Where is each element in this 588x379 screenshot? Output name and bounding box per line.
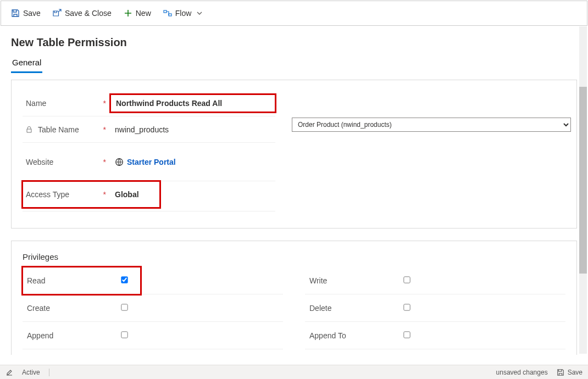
- website-link-text: Starter Portal: [127, 158, 176, 166]
- table-name-value: nwind_products: [110, 121, 275, 138]
- lock-icon: [26, 126, 32, 133]
- delete-checkbox[interactable]: [403, 304, 410, 310]
- globe-icon: [115, 158, 124, 166]
- append-label: Append: [23, 331, 116, 340]
- command-bar: Save Save & Close New Flow: [1, 1, 587, 26]
- plus-icon: [124, 9, 132, 18]
- flow-icon: [163, 9, 172, 18]
- content-area: New Table Permission General Name * Nort…: [0, 26, 588, 355]
- privileges-card: Privileges Read Create Append: [11, 241, 577, 355]
- read-checkbox[interactable]: [121, 276, 127, 283]
- website-label: Website: [26, 158, 53, 166]
- name-value[interactable]: Northwind Products Read All: [110, 94, 275, 112]
- save-icon: [557, 369, 564, 376]
- name-label: Name: [26, 99, 46, 108]
- status-save-label: Save: [568, 369, 583, 376]
- privilege-appendto-row: Append To: [305, 322, 565, 349]
- tab-strip: General: [11, 55, 577, 73]
- privilege-write-row: Write: [305, 267, 565, 294]
- general-card: Name * Northwind Products Read All Table…: [11, 80, 577, 228]
- status-save-button[interactable]: Save: [557, 369, 583, 376]
- delete-label: Delete: [305, 304, 398, 313]
- create-checkbox[interactable]: [121, 304, 127, 310]
- table-lookup-select[interactable]: Order Product (nwind_products): [292, 118, 571, 132]
- write-label: Write: [305, 276, 398, 285]
- chevron-down-icon: [197, 10, 202, 16]
- status-divider: [49, 369, 49, 376]
- website-field-row: Website * Starter Portal: [23, 143, 275, 181]
- website-value[interactable]: Starter Portal: [110, 153, 275, 171]
- appendto-label: Append To: [305, 331, 398, 340]
- save-close-icon: [53, 9, 62, 18]
- privilege-read-row: Read: [23, 267, 141, 294]
- privileges-title: Privileges: [17, 251, 571, 267]
- save-close-label: Save & Close: [65, 9, 112, 18]
- flow-label: Flow: [175, 9, 192, 18]
- status-bar: Active unsaved changes Save: [0, 365, 588, 379]
- table-name-label: Table Name: [38, 125, 79, 134]
- read-label: Read: [23, 276, 116, 285]
- new-button[interactable]: New: [118, 5, 157, 21]
- svg-rect-1: [169, 14, 171, 16]
- page-title: New Table Permission: [11, 36, 577, 49]
- required-asterisk: *: [103, 99, 106, 108]
- name-field-row: Name * Northwind Products Read All: [23, 90, 275, 116]
- save-close-button[interactable]: Save & Close: [47, 5, 117, 21]
- tab-general[interactable]: General: [11, 55, 42, 73]
- save-button[interactable]: Save: [5, 5, 46, 21]
- required-asterisk: *: [103, 158, 106, 166]
- required-asterisk: *: [103, 125, 106, 134]
- append-checkbox[interactable]: [121, 331, 127, 338]
- appendto-checkbox[interactable]: [403, 331, 410, 338]
- edit-status-icon[interactable]: [5, 369, 13, 376]
- scrollbar-thumb[interactable]: [579, 87, 587, 274]
- create-label: Create: [23, 304, 116, 313]
- svg-rect-0: [164, 10, 167, 13]
- flow-button[interactable]: Flow: [158, 5, 208, 21]
- write-checkbox[interactable]: [403, 276, 410, 283]
- required-asterisk: *: [103, 190, 106, 199]
- access-type-label: Access Type: [26, 190, 69, 199]
- access-type-value[interactable]: Global: [110, 186, 160, 203]
- save-icon: [11, 9, 20, 18]
- status-active: Active: [22, 369, 40, 376]
- privilege-append-row: Append: [23, 322, 283, 349]
- privilege-create-row: Create: [23, 294, 283, 322]
- access-type-field-row: Access Type * Global: [23, 181, 160, 208]
- table-name-field-row: Table Name * nwind_products: [23, 116, 275, 143]
- privilege-delete-row: Delete: [305, 294, 565, 322]
- new-label: New: [136, 9, 151, 18]
- unsaved-text: unsaved changes: [496, 369, 548, 376]
- save-label: Save: [23, 9, 41, 18]
- scrollbar-track[interactable]: [579, 26, 587, 354]
